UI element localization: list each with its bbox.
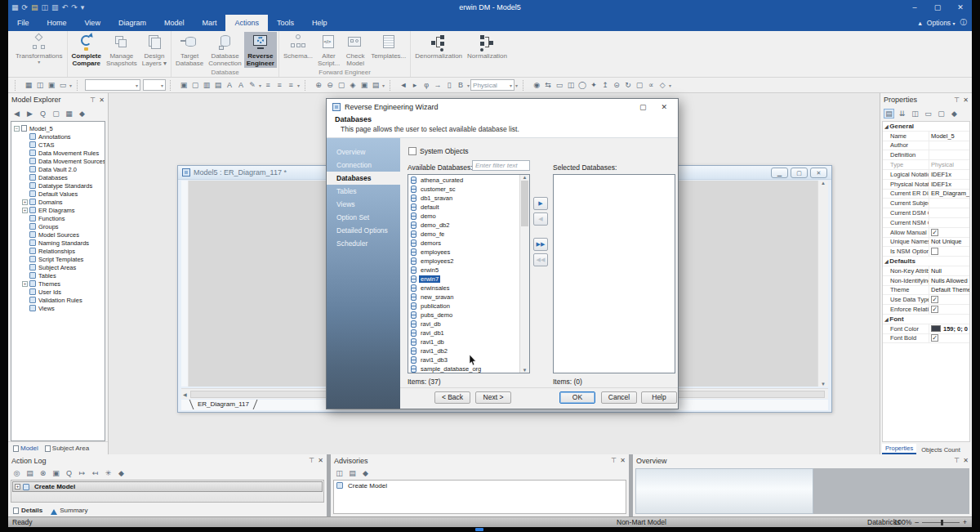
collapse-expander-icon[interactable]: − xyxy=(14,126,20,132)
wizard-nav-item[interactable]: Overview xyxy=(327,145,400,159)
wizard-close-button[interactable]: ✕ xyxy=(661,103,667,111)
toolbar-icon[interactable]: ▣ xyxy=(46,80,57,91)
properties-tool-icon[interactable]: ▤ xyxy=(884,109,894,118)
properties-tool-icon[interactable]: ◆ xyxy=(949,110,960,118)
complete-compare-button[interactable]: Complete Compare xyxy=(69,32,104,68)
database-list-item[interactable]: pubs_demo xyxy=(408,311,519,320)
templates-button[interactable]: Templates... xyxy=(368,32,408,61)
wizard-maximize-button[interactable]: ▢ xyxy=(639,103,647,111)
database-list-item[interactable]: db1_sravan xyxy=(408,194,519,203)
action-log-tool-icon[interactable]: ◆ xyxy=(116,469,127,477)
menu-item[interactable]: Help xyxy=(303,15,336,31)
advisories-tool-icon[interactable]: ◆ xyxy=(360,469,371,477)
toolbar-icon[interactable]: ⊕ xyxy=(313,80,324,91)
property-row[interactable]: Allow Manual F xyxy=(883,228,969,238)
tree-root[interactable]: − Model_5 xyxy=(12,124,104,132)
move-left-button[interactable]: ◀ xyxy=(533,212,548,226)
close-icon[interactable]: ✕ xyxy=(99,96,105,104)
notation-select[interactable]: Physical▾ xyxy=(470,79,514,91)
toolbar-icon[interactable]: ⊝ xyxy=(611,80,622,91)
property-row[interactable]: Current Subject xyxy=(883,199,969,208)
toolbar-icon[interactable]: A xyxy=(235,80,247,91)
design-layers-button[interactable]: Design Layers ▾ xyxy=(140,32,169,68)
menu-item[interactable]: Home xyxy=(38,15,76,31)
tree-item[interactable]: + User Ids xyxy=(12,288,104,296)
toolbar-icon[interactable]: ◈ xyxy=(347,80,359,91)
denormalization-button[interactable]: Denormalization xyxy=(412,32,465,61)
menu-item[interactable]: Diagram xyxy=(109,15,155,31)
explorer-tab[interactable]: Subject Area xyxy=(45,445,89,452)
diagram-maximize-button[interactable]: ▢ xyxy=(791,168,808,178)
toolbar-icon[interactable]: φ xyxy=(421,80,432,91)
database-list-item[interactable]: erwinsales xyxy=(408,284,519,293)
properties-tool-icon[interactable]: ▭ xyxy=(923,110,933,118)
model-explorer-tool-icon[interactable]: ▶ xyxy=(24,110,35,118)
property-row[interactable]: Unique Names Not Unique xyxy=(883,238,969,248)
database-list-item[interactable]: erwin7 xyxy=(408,275,519,284)
tree-item[interactable]: + Data Movement Rules xyxy=(12,149,104,157)
expand-icon[interactable]: + xyxy=(22,199,28,205)
tree-item[interactable]: + Annotations xyxy=(12,132,104,141)
tab-details[interactable]: Details xyxy=(13,507,42,514)
toolbar-icon[interactable]: → xyxy=(432,80,443,91)
toolbar-icon[interactable]: ▥ xyxy=(201,80,212,91)
database-list-item[interactable]: demo_db2 xyxy=(408,221,519,230)
property-row[interactable]: Name Model_5 xyxy=(883,132,969,141)
property-row[interactable]: Font xyxy=(883,315,969,324)
expand-icon[interactable]: + xyxy=(22,208,28,213)
toolbar-icon[interactable]: ▢ xyxy=(336,80,347,91)
database-connection-button[interactable]: Database Connection xyxy=(206,32,243,68)
minimize-button[interactable]: – xyxy=(903,0,926,15)
database-list-item[interactable]: erwin5 xyxy=(408,266,519,275)
property-row[interactable]: Current DSM O xyxy=(883,208,969,218)
toolbar-icon[interactable]: ▭ xyxy=(57,80,69,91)
database-list-item[interactable]: ravi_db1 xyxy=(408,329,519,338)
tree-item[interactable]: + Validation Rules xyxy=(12,296,104,304)
menu-item[interactable]: Actions xyxy=(225,15,268,31)
toolbar-icon[interactable]: ▤ xyxy=(212,80,224,91)
menu-item[interactable]: Tools xyxy=(268,15,303,31)
toolbar-icon[interactable]: B xyxy=(455,80,466,91)
pin-icon[interactable]: ⊤ xyxy=(611,457,617,464)
tree-item[interactable]: + Functions xyxy=(12,214,104,222)
property-row[interactable]: Current NSM O xyxy=(883,218,969,228)
tree-item[interactable]: + ER Diagrams xyxy=(12,206,104,214)
tree-item[interactable]: + Model Sources xyxy=(12,230,104,239)
toolbar-icon[interactable]: ▦ xyxy=(23,80,34,91)
check-model-button[interactable]: Check Model xyxy=(342,32,368,68)
normalization-button[interactable]: Normalization xyxy=(465,32,510,61)
model-explorer-tool-icon[interactable]: ◀ xyxy=(11,110,22,118)
overview-minimap[interactable] xyxy=(635,468,813,514)
pin-icon[interactable]: ⊤ xyxy=(954,96,960,104)
wizard-nav-item[interactable]: Option Set xyxy=(327,211,400,224)
tree-item[interactable]: + Domains xyxy=(12,198,104,206)
cancel-button[interactable]: Cancel xyxy=(601,391,637,404)
toolbar-icon[interactable]: ✦ xyxy=(588,80,599,91)
zoom-slider[interactable] xyxy=(922,522,960,523)
model-explorer-tool-icon[interactable]: ▦ xyxy=(64,110,74,118)
model-explorer-tool-icon[interactable]: ◆ xyxy=(77,110,87,118)
diagram-close-button[interactable]: ✕ xyxy=(810,168,827,178)
action-log-entry[interactable]: + Create Model xyxy=(12,481,323,492)
tree-item[interactable]: + Subject Areas xyxy=(12,263,104,271)
tree-item[interactable]: + Data Vault 2.0 xyxy=(12,165,104,173)
property-row[interactable]: Font Bold xyxy=(883,334,969,344)
toolbar-icon[interactable]: ◇ xyxy=(657,80,668,91)
database-list-item[interactable]: ravi1_db3 xyxy=(408,355,519,364)
property-row[interactable]: Non-Key Attrib Null xyxy=(883,266,969,276)
property-row[interactable]: Definition xyxy=(883,150,969,160)
toolbar-icon[interactable]: ◫ xyxy=(565,80,577,91)
menu-item[interactable]: View xyxy=(76,15,109,31)
toolbar-icon[interactable]: ◯ xyxy=(577,80,588,91)
property-row[interactable]: Current ER Diag ER_Diagram_117 xyxy=(883,190,969,199)
move-all-right-button[interactable]: ▶▶ xyxy=(533,238,548,251)
options-menu[interactable]: Options ▾ xyxy=(927,19,956,27)
property-row[interactable]: Logical Notatio IDEF1x xyxy=(883,170,969,180)
advisory-entry[interactable]: Create Model xyxy=(334,481,626,490)
vertical-scrollbar[interactable]: ▲▼ xyxy=(817,181,828,387)
wizard-nav-item[interactable]: Views xyxy=(327,198,400,211)
close-icon[interactable]: ✕ xyxy=(620,457,626,464)
toolbar-icon[interactable]: ≡ xyxy=(285,80,296,91)
database-list-item[interactable]: employees xyxy=(408,248,519,257)
toolbar-icon[interactable]: ▢ xyxy=(189,80,201,91)
